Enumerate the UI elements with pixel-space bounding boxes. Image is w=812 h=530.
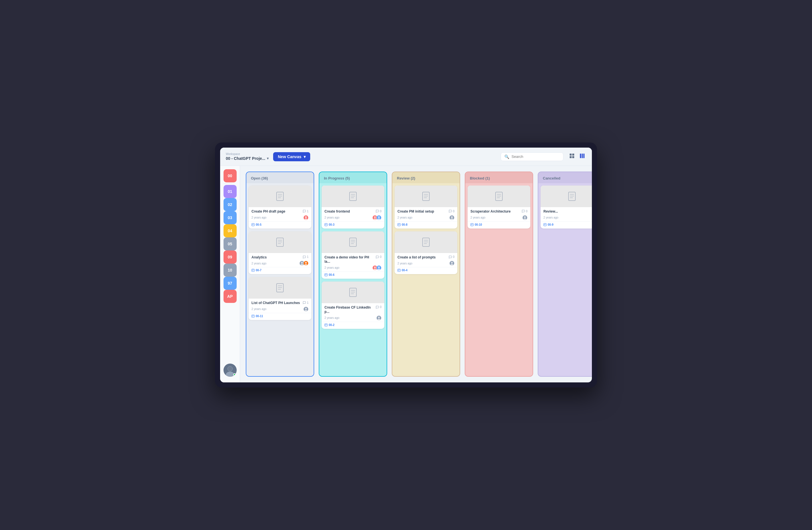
column-review: Review (2) Create PM initial setup 02 ye… <box>392 172 460 377</box>
sidebar-item-03[interactable]: 03 <box>223 211 237 224</box>
search-input[interactable] <box>511 154 560 159</box>
svg-rect-34 <box>277 283 284 292</box>
kanban-card[interactable]: List of ChatGPT PH Launches 12 years ago… <box>249 277 311 320</box>
card-thumbnail <box>322 186 384 207</box>
sidebar-item-09[interactable]: 09 <box>223 250 237 264</box>
card-footer: 00-2 <box>322 322 384 329</box>
svg-point-52 <box>378 216 380 218</box>
card-footer: 00-8 <box>395 221 457 229</box>
card-date: 2 years ago <box>251 216 266 219</box>
svg-rect-5 <box>582 153 583 158</box>
card-thumbnail <box>249 277 311 299</box>
card-comment-count: 0 <box>376 255 381 259</box>
svg-point-65 <box>378 266 380 268</box>
card-thumbnail <box>395 186 457 207</box>
app-window: Workspace 00 - ChatGPT Proje... ▾ New Ca… <box>220 148 592 382</box>
chevron-down-icon: ▾ <box>267 157 269 160</box>
svg-point-85 <box>451 216 453 218</box>
sidebar-item-AP[interactable]: AP <box>223 290 237 303</box>
column-cancelled: Cancelled Review... 02 years ago 00-9 <box>538 172 592 377</box>
svg-rect-21 <box>277 238 284 247</box>
svg-rect-70 <box>350 288 357 297</box>
card-title: Create a demo video for PH la... <box>324 255 374 264</box>
card-id: 00-5 <box>251 223 261 226</box>
card-avatars <box>374 265 381 270</box>
chevron-down-icon: ▾ <box>304 154 306 159</box>
svg-rect-1 <box>572 153 574 156</box>
svg-rect-2 <box>570 156 572 158</box>
kanban-card[interactable]: Create PM initial setup 02 years ago 00-… <box>395 186 457 229</box>
svg-rect-57 <box>350 238 357 247</box>
card-title: Create PM initial setup <box>397 209 447 214</box>
card-title: List of ChatGPT PH Launches <box>251 301 301 306</box>
kanban-card[interactable]: Scraperator Architecture 02 years ago 00… <box>468 186 530 229</box>
svg-rect-11 <box>277 192 284 201</box>
card-thumbnail <box>322 231 384 253</box>
new-canvas-label: New Canvas <box>278 154 301 159</box>
column-header-blocked: Blocked (1) <box>465 172 533 183</box>
card-avatars <box>450 261 454 266</box>
sidebar-item-02[interactable]: 02 <box>223 198 237 211</box>
column-body-review: Create PM initial setup 02 years ago 00-… <box>392 183 460 376</box>
user-avatar[interactable] <box>223 364 237 377</box>
header-icons <box>568 152 586 161</box>
kanban-card[interactable]: Review... 02 years ago 00-9 <box>540 186 592 229</box>
new-canvas-button[interactable]: New Canvas ▾ <box>273 152 310 161</box>
sidebar-item-10[interactable]: 10 <box>223 264 237 277</box>
header: Workspace 00 - ChatGPT Proje... ▾ New Ca… <box>220 148 592 166</box>
card-id: 00-8 <box>397 223 407 226</box>
card-thumbnail <box>395 231 457 253</box>
card-date: 2 years ago <box>543 216 558 219</box>
sidebar-item-00[interactable]: 00 <box>223 169 237 182</box>
svg-point-10 <box>228 366 232 371</box>
kanban-content[interactable]: Open (36) Create PH draft page 12 years … <box>240 166 592 382</box>
card-title: Create PH draft page <box>251 209 301 214</box>
card-comment-count: 0 <box>521 209 527 213</box>
svg-point-16 <box>305 216 307 218</box>
column-header-in-progress: In Progress (5) <box>319 172 387 183</box>
kanban-card[interactable]: Create frontend 02 years ago 00-3 <box>322 186 384 229</box>
kanban-card[interactable]: Create PH draft page 12 years ago 00-5 <box>249 186 311 229</box>
svg-point-95 <box>451 262 453 264</box>
card-avatars <box>374 215 381 220</box>
card-thumbnail <box>540 186 592 207</box>
workspace-section: Workspace 00 - ChatGPT Proje... ▾ <box>226 152 269 161</box>
svg-rect-90 <box>422 238 430 247</box>
online-indicator <box>233 373 236 376</box>
grid-view-button[interactable] <box>568 152 576 161</box>
svg-rect-0 <box>570 153 572 156</box>
svg-point-29 <box>305 262 307 264</box>
card-id: 00-11 <box>251 314 263 318</box>
device-frame: Workspace 00 - ChatGPT Proje... ▾ New Ca… <box>215 143 597 387</box>
kanban-view-button[interactable] <box>578 152 586 161</box>
kanban-card[interactable]: Create Firebase CF LinkedIn p... 02 year… <box>322 281 384 329</box>
card-title: Create a list of prompts <box>397 255 447 260</box>
card-thumbnail <box>322 281 384 303</box>
kanban-card[interactable]: Create a demo video for PH la... 02 year… <box>322 231 384 279</box>
sidebar-item-01[interactable]: 01 <box>223 185 237 198</box>
card-footer: 00-7 <box>249 267 311 274</box>
sidebar-item-04[interactable]: 04 <box>223 224 237 237</box>
svg-point-62 <box>374 266 376 268</box>
kanban-card[interactable]: Create a list of prompts 02 years ago 00… <box>395 231 457 275</box>
card-footer: 00-3 <box>322 221 384 229</box>
svg-rect-4 <box>580 153 581 158</box>
card-comment-count: 1 <box>303 301 308 304</box>
column-body-in-progress: Create frontend 02 years ago 00-3 Create… <box>319 183 387 376</box>
card-avatars <box>377 315 381 321</box>
search-bar: 🔍 <box>501 152 563 161</box>
svg-point-75 <box>378 316 380 318</box>
card-date: 2 years ago <box>324 266 339 269</box>
card-date: 2 years ago <box>251 262 266 265</box>
workspace-label: Workspace <box>226 152 269 156</box>
card-date: 2 years ago <box>251 307 266 311</box>
svg-rect-100 <box>495 192 502 201</box>
card-id: 00-4 <box>397 269 407 272</box>
workspace-dropdown[interactable]: 00 - ChatGPT Proje... ▾ <box>226 156 269 161</box>
sidebar-item-05[interactable]: 05 <box>223 237 237 250</box>
sidebar: 000102030405091097AP <box>220 166 240 382</box>
card-date: 2 years ago <box>324 216 339 219</box>
sidebar-item-97[interactable]: 97 <box>223 277 237 290</box>
kanban-card[interactable]: Analytics 12 years ago 00-7 <box>249 231 311 275</box>
svg-rect-3 <box>572 156 574 158</box>
